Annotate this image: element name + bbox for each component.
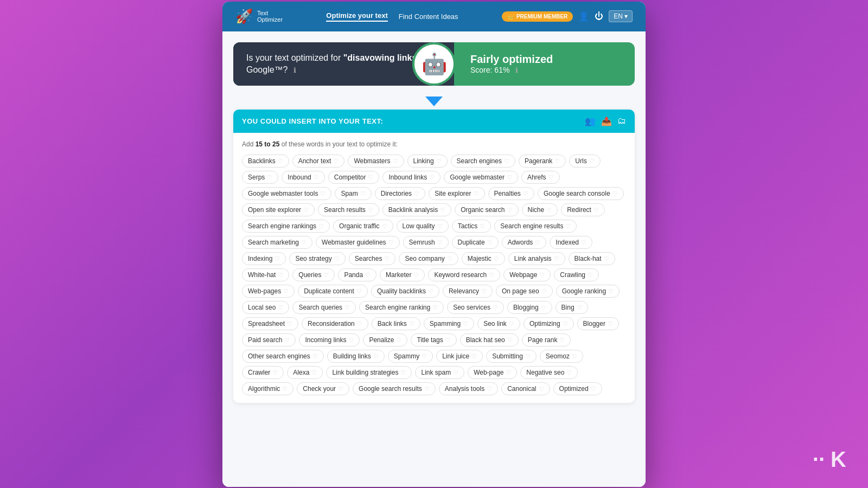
heart-icon[interactable]: ♡ [414,190,419,197]
heart-icon[interactable]: ♡ [365,272,371,279]
heart-icon[interactable]: ♡ [344,304,350,311]
heart-icon[interactable]: ♡ [487,386,492,393]
tag-item[interactable]: Link juice♡ [436,350,483,363]
tag-item[interactable]: Keyword research♡ [428,268,500,281]
tag-item[interactable]: Niche♡ [522,203,558,216]
heart-icon[interactable]: ♡ [608,320,613,328]
heart-icon[interactable]: ♡ [334,255,340,262]
tag-item[interactable]: Competitor♡ [328,171,380,184]
heart-icon[interactable]: ♡ [318,223,324,230]
heart-icon[interactable]: ♡ [393,158,398,165]
heart-icon[interactable]: ♡ [566,369,572,376]
tag-item[interactable]: Organic search♡ [455,203,518,216]
heart-icon[interactable]: ♡ [509,320,514,328]
heart-icon[interactable]: ♡ [428,288,433,295]
tag-item[interactable]: Inbound links♡ [382,171,441,184]
user-icon[interactable]: 👤 [578,11,589,22]
tag-item[interactable]: Reconsideration♡ [302,317,368,330]
heart-icon[interactable]: ♡ [424,386,430,393]
tag-item[interactable]: Marketer♡ [380,268,425,281]
tag-item[interactable]: Directories♡ [375,187,425,200]
heart-icon[interactable]: ♡ [348,337,354,344]
tag-item[interactable]: Search queries♡ [292,301,356,314]
language-selector[interactable]: EN ▾ [609,10,633,22]
tag-item[interactable]: Tactics♡ [452,220,492,233]
tag-item[interactable]: Pagerank♡ [519,155,566,168]
heart-icon[interactable]: ♡ [287,320,292,328]
heart-icon[interactable]: ♡ [360,190,366,197]
tag-item[interactable]: Webmasters♡ [348,155,404,168]
tag-item[interactable]: Ahrefs♡ [521,171,560,184]
heart-icon[interactable]: ♡ [480,223,485,230]
heart-icon[interactable]: ♡ [507,174,512,181]
tag-item[interactable]: Back links♡ [372,317,420,330]
info-icon[interactable]: ℹ [293,66,296,74]
heart-icon[interactable]: ♡ [548,174,554,181]
heart-icon[interactable]: ♡ [581,239,586,246]
heart-icon[interactable]: ♡ [471,353,477,360]
heart-icon[interactable]: ♡ [278,304,283,311]
tag-item[interactable]: Check your♡ [297,382,349,395]
heart-icon[interactable]: ♡ [504,158,509,165]
tag-item[interactable]: Web-page♡ [468,366,517,379]
heart-icon[interactable]: ♡ [333,158,339,165]
tag-item[interactable]: Spreadsheet♡ [242,317,298,330]
tag-item[interactable]: Negative seo♡ [520,366,578,379]
heart-icon[interactable]: ♡ [489,272,494,279]
tag-item[interactable]: Queries♡ [292,268,335,281]
heart-icon[interactable]: ♡ [396,337,401,344]
tag-item[interactable]: Seo link♡ [477,317,520,330]
heart-icon[interactable]: ♡ [481,288,487,295]
heart-icon[interactable]: ♡ [577,304,582,311]
heart-icon[interactable]: ♡ [284,337,290,344]
heart-icon[interactable]: ♡ [382,223,387,230]
export-icon[interactable]: 📤 [601,116,612,126]
heart-icon[interactable]: ♡ [357,320,362,328]
heart-icon[interactable]: ♡ [554,255,559,262]
tag-item[interactable]: Site explorer♡ [429,187,484,200]
heart-icon[interactable]: ♡ [507,337,513,344]
tag-item[interactable]: Duplicate♡ [452,236,499,249]
heart-icon[interactable]: ♡ [311,369,317,376]
heart-icon[interactable]: ♡ [494,255,499,262]
heart-icon[interactable]: ♡ [267,174,272,181]
heart-icon[interactable]: ♡ [525,353,531,360]
heart-icon[interactable]: ♡ [314,174,319,181]
heart-icon[interactable]: ♡ [436,158,442,165]
tag-item[interactable]: Majestic♡ [462,252,505,265]
tag-item[interactable]: Serps♡ [242,171,278,184]
group-icon[interactable]: 👥 [585,116,596,126]
heart-icon[interactable]: ♡ [608,288,614,295]
tag-item[interactable]: Backlinks♡ [242,155,289,168]
tag-item[interactable]: Quality backlinks♡ [371,285,439,298]
tag-item[interactable]: Indexing♡ [242,252,286,265]
heart-icon[interactable]: ♡ [283,288,289,295]
heart-icon[interactable]: ♡ [278,158,283,165]
tag-item[interactable]: Inbound♡ [282,171,324,184]
heart-icon[interactable]: ♡ [487,239,493,246]
tag-item[interactable]: Google search results♡ [353,382,436,395]
tag-item[interactable]: Open site explorer♡ [242,203,315,216]
heart-icon[interactable]: ♡ [507,207,513,214]
tag-item[interactable]: Backlink analysis♡ [382,203,451,216]
tag-item[interactable]: Title tags♡ [411,333,456,346]
tag-item[interactable]: Search results♡ [318,203,379,216]
power-icon[interactable]: ⏻ [595,11,603,21]
tag-item[interactable]: Webmaster guidelines♡ [316,236,400,249]
tag-item[interactable]: Blogger♡ [577,317,619,330]
score-info-icon[interactable]: ℹ [515,66,518,74]
tag-item[interactable]: Organic traffic♡ [333,220,393,233]
tag-item[interactable]: Black-hat♡ [569,252,615,265]
tag-item[interactable]: Duplicate content♡ [298,285,368,298]
heart-icon[interactable]: ♡ [278,272,283,279]
tag-item[interactable]: Optimized♡ [553,382,602,395]
heart-icon[interactable]: ♡ [437,239,443,246]
heart-icon[interactable]: ♡ [388,239,394,246]
heart-icon[interactable]: ♡ [409,320,414,328]
heart-icon[interactable]: ♡ [422,353,427,360]
tag-item[interactable]: Search engines♡ [451,155,515,168]
heart-icon[interactable]: ♡ [453,369,458,376]
heart-icon[interactable]: ♡ [272,369,278,376]
heart-icon[interactable]: ♡ [588,272,593,279]
tag-item[interactable]: Seo company♡ [399,252,458,265]
